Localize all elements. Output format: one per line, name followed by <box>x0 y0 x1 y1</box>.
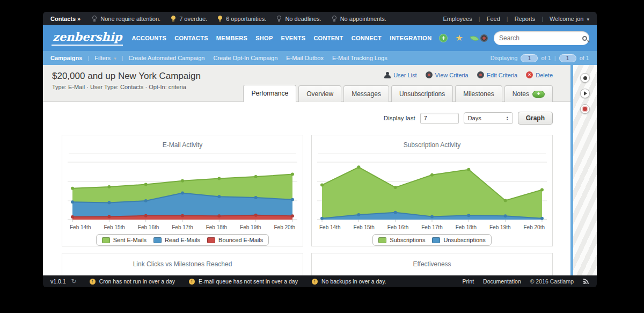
leaf-icon[interactable] <box>470 34 479 42</box>
tab-overview[interactable]: Overview <box>298 85 341 102</box>
topbar-link-feed[interactable]: Feed <box>487 16 500 22</box>
subnav-link-create-opt-in-campaign[interactable]: Create Opt-In Campaign <box>213 55 277 61</box>
nav-item-content[interactable]: CONTENT <box>313 35 343 41</box>
tab-messages[interactable]: Messages <box>343 85 389 102</box>
notes-add-badge[interactable]: + <box>532 91 545 98</box>
alert-item[interactable]: 6 opportunities. <box>218 16 266 22</box>
action-user-list[interactable]: User List <box>384 72 416 78</box>
nav-right <box>480 31 589 45</box>
of-label: of 1 <box>580 55 589 61</box>
tab-notes[interactable]: Notes+ <box>504 85 553 102</box>
alert-item[interactable]: No deadlines. <box>277 16 321 22</box>
nav-item-accounts[interactable]: ACCOUNTS <box>131 35 166 41</box>
subnav-filters[interactable]: Filters ▾ <box>94 55 116 61</box>
footer-warning: !E-mail queue has not sent in over a day <box>189 278 298 285</box>
alerts-list: None require attention.7 overdue.6 oppor… <box>92 16 386 22</box>
action-delete[interactable]: ×Delete <box>526 71 553 78</box>
tab-unsubscriptions[interactable]: Unsubscriptions <box>391 85 453 102</box>
x-axis-label: Feb 14th <box>313 224 347 230</box>
version-label: v1.0.1 <box>50 278 66 285</box>
subnav-link-e-mail-tracking-logs[interactable]: E-Mail Tracking Logs <box>332 55 387 61</box>
subnav-campaigns[interactable]: Campaigns <box>50 55 82 61</box>
nav-item-members[interactable]: MEMBERS <box>216 35 247 41</box>
criteria-icon <box>477 71 484 78</box>
action-label: Delete <box>536 72 553 78</box>
action-label: User List <box>393 72 416 78</box>
topbar-link-employees[interactable]: Employees <box>443 16 472 22</box>
subnav-link-e-mail-outbox[interactable]: E-Mail Outbox <box>286 55 324 61</box>
page-header-right: User ListView CriteriaEdit Criteria×Dele… <box>241 65 553 101</box>
refresh-icon[interactable]: ↻ <box>71 278 77 285</box>
search-input[interactable] <box>499 34 582 42</box>
separator: | <box>554 55 556 61</box>
legend-item-unsubscriptions: Unsubscriptions <box>432 237 485 243</box>
panel-play-button[interactable] <box>580 89 590 98</box>
page-header-left: $20,000 and up New York Campaign Type: E… <box>52 65 201 101</box>
alert-item[interactable]: 7 overdue. <box>171 16 207 22</box>
legend-swatch-icon <box>207 237 215 243</box>
main-nav: zenbership ACCOUNTSCONTACTSMEMBERSSHOPEV… <box>43 25 597 51</box>
unit-select[interactable]: Days ▲▼ <box>464 112 513 124</box>
search-icon[interactable] <box>582 36 587 41</box>
tab-performance[interactable]: Performance <box>243 85 296 102</box>
record-icon[interactable] <box>480 34 488 42</box>
rss-icon[interactable] <box>583 278 589 285</box>
page-input-2[interactable] <box>559 54 576 62</box>
x-axis-label: Feb 18th <box>200 224 233 230</box>
panel-record-button[interactable] <box>580 104 590 114</box>
legend-swatch-icon <box>432 237 440 243</box>
action-view-criteria[interactable]: View Criteria <box>426 71 469 78</box>
bulb-icon <box>171 16 175 21</box>
topbar-link-reports[interactable]: Reports <box>515 16 536 22</box>
nav-item-shop[interactable]: SHOP <box>255 35 273 41</box>
page-input-1[interactable] <box>521 54 538 62</box>
welcome-menu[interactable]: Welcome jon ▾ <box>550 16 589 22</box>
select-arrows-icon: ▲▼ <box>506 116 509 120</box>
subscription-activity-chart <box>312 154 552 223</box>
alert-item[interactable]: No appointments. <box>332 16 386 22</box>
nav-item-connect[interactable]: CONNECT <box>352 35 382 41</box>
sub-nav: Campaigns | Filters ▾ | Create Automated… <box>43 51 597 65</box>
unit-select-value: Days <box>468 115 481 121</box>
display-last-input[interactable] <box>420 113 459 124</box>
footer-link-documentation[interactable]: Documentation <box>483 278 521 285</box>
alert-text: No appointments. <box>340 16 386 22</box>
alert-item[interactable]: None require attention. <box>92 16 160 22</box>
tab-label: Notes <box>513 90 529 98</box>
zenbership-logo[interactable]: zenbership <box>52 31 123 46</box>
graph-button[interactable]: Graph <box>518 112 553 125</box>
x-axis-label: Feb 14th <box>63 224 97 230</box>
tab-label: Unsubscriptions <box>399 90 445 98</box>
subnav-links: Create Automated CampaignCreate Opt-In C… <box>129 55 387 61</box>
page-header: $20,000 and up New York Campaign Type: E… <box>43 65 570 102</box>
bulb-icon <box>218 16 222 21</box>
tab-bar: PerformanceOverviewMessagesUnsubscriptio… <box>241 85 553 102</box>
x-axis-label: Feb 17th <box>415 224 449 230</box>
subnav-link-create-automated-campaign[interactable]: Create Automated Campaign <box>129 55 205 61</box>
add-icon[interactable]: + <box>439 34 448 42</box>
right-side-panel <box>570 65 597 275</box>
user-icon <box>384 72 391 78</box>
legend-label: Unsubscriptions <box>443 237 485 243</box>
contacts-link[interactable]: Contacts » <box>50 16 80 22</box>
x-axis-label: Feb 15th <box>347 224 380 230</box>
legend-swatch-icon <box>153 237 162 243</box>
nav-item-contacts[interactable]: CONTACTS <box>174 35 208 41</box>
legend-swatch-icon <box>102 237 110 243</box>
effectiveness-panel: Effectiveness <box>311 253 553 275</box>
footer-link-print[interactable]: Print <box>463 278 474 285</box>
alert-text: None require attention. <box>100 16 160 22</box>
tab-milestones[interactable]: Milestones <box>455 85 502 102</box>
nav-item-integration[interactable]: INTEGRATION <box>390 35 431 41</box>
action-edit-criteria[interactable]: Edit Criteria <box>477 71 517 78</box>
panel-dot-button[interactable] <box>580 73 590 83</box>
star-icon[interactable]: ★ <box>455 34 463 42</box>
legend-item-subscriptions: Subscriptions <box>378 237 425 243</box>
x-axis-label: Feb 16th <box>131 224 165 230</box>
x-axis-label: Feb 16th <box>381 224 415 230</box>
warning-icon: ! <box>189 279 195 285</box>
app-window: Contacts » None require attention.7 over… <box>43 12 597 287</box>
nav-item-events[interactable]: EVENTS <box>281 35 306 41</box>
legend-swatch-icon <box>378 237 386 243</box>
charts-row: E-Mail Activity Feb 14thFeb 15thFeb 16th… <box>62 135 553 246</box>
